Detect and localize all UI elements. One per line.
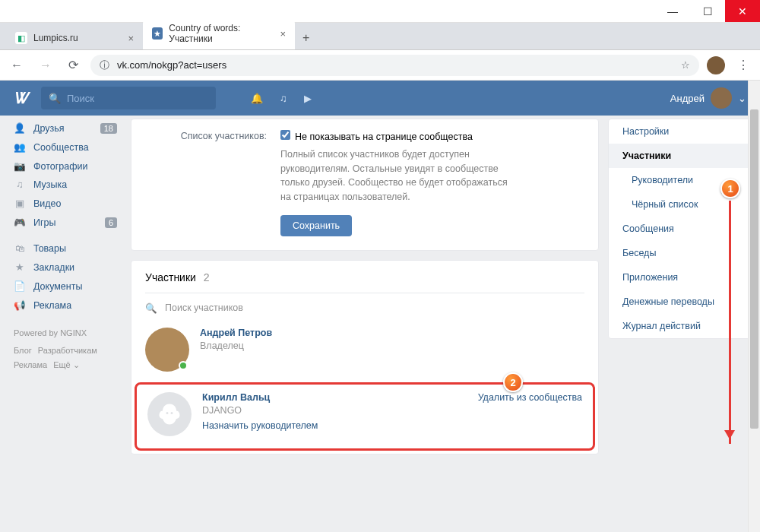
menu-payments[interactable]: Денежные переводы — [609, 290, 759, 314]
footer-devs-link[interactable]: Разработчикам — [38, 346, 97, 355]
page-scrollbar[interactable] — [748, 81, 760, 532]
main-column: Список участников: Не показывать на стра… — [128, 119, 608, 532]
vk-logo[interactable]: Ꮤ — [14, 90, 27, 107]
save-button[interactable]: Сохранить — [280, 215, 352, 236]
music-icon: ♫ — [14, 179, 26, 190]
menu-activity-log[interactable]: Журнал действий — [609, 314, 759, 338]
bookmark-icon[interactable]: ☆ — [681, 59, 690, 71]
browser-menu-button[interactable]: ⋮ — [733, 55, 754, 75]
nav-communities[interactable]: 👥Сообщества — [14, 138, 128, 157]
left-sidebar: 👤Друзья18 👥Сообщества 📷Фотографии ♫Музык… — [0, 119, 128, 532]
video-icon[interactable]: ▶ — [304, 93, 312, 104]
placeholder-dog-icon — [156, 401, 183, 428]
member-row-owner: Андрей Петров Владелец — [145, 317, 584, 382]
nav-friends[interactable]: 👤Друзья18 — [14, 119, 128, 138]
nav-reload-button[interactable]: ⟳ — [64, 55, 83, 75]
vk-user-menu[interactable]: Андрей ⌄ — [670, 87, 746, 109]
tab-title: Lumpics.ru — [33, 33, 78, 43]
new-tab-button[interactable]: + — [295, 27, 317, 49]
video-icon: ▣ — [14, 198, 26, 209]
search-placeholder: Поиск — [67, 93, 94, 104]
scrollbar-thumb[interactable] — [750, 109, 758, 429]
assign-admin-link[interactable]: Назначить руководителем — [202, 420, 467, 431]
settings-card: Список участников: Не показывать на стра… — [131, 119, 599, 251]
footer-blog-link[interactable]: Блог — [14, 346, 32, 355]
browser-tab-strip: ◧ Lumpics.ru × ★ Country of words: Участ… — [0, 23, 760, 50]
annotation-callout-2: 2 — [503, 372, 523, 392]
member-role: Владелец — [200, 340, 584, 351]
favicon-icon: ★ — [152, 27, 163, 40]
window-titlebar: — ☐ ✕ — [0, 0, 760, 23]
notifications-icon[interactable]: 🔔 — [251, 93, 263, 104]
nav-ads[interactable]: 📢Реклама — [14, 296, 128, 315]
menu-messages[interactable]: Сообщения — [609, 217, 759, 241]
settings-menu: Настройки Участники Руководители Чёрный … — [608, 119, 760, 339]
menu-apps[interactable]: Приложения — [609, 265, 759, 290]
communities-icon: 👥 — [14, 141, 26, 153]
site-info-icon[interactable]: ⓘ — [100, 59, 109, 72]
nav-video[interactable]: ▣Видео — [14, 194, 128, 213]
friends-icon: 👤 — [14, 122, 26, 134]
avatar — [711, 87, 732, 109]
browser-tab-vk[interactable]: ★ Country of words: Участники × — [143, 17, 295, 49]
browser-profile-avatar[interactable] — [707, 56, 725, 74]
megaphone-icon: 📢 — [14, 299, 26, 311]
members-section-title: Участники 2 — [145, 271, 584, 293]
page-body: 👤Друзья18 👥Сообщества 📷Фотографии ♫Музык… — [0, 116, 760, 532]
vk-header: Ꮤ 🔍 Поиск 🔔 ♫ ▶ Андрей ⌄ — [0, 81, 760, 116]
setting-description: Полный список участников будет доступен … — [280, 147, 508, 204]
menu-conversations[interactable]: Беседы — [609, 241, 759, 265]
chevron-down-icon: ⌄ — [738, 93, 746, 104]
member-role: DJANGO — [202, 405, 467, 416]
footer-ads-link[interactable]: Реклама — [14, 360, 47, 369]
window-close-button[interactable]: ✕ — [725, 0, 760, 22]
window-maximize-button[interactable]: ☐ — [690, 0, 725, 22]
nav-back-button[interactable]: ← — [6, 55, 27, 75]
tab-title: Country of words: Участники — [169, 23, 274, 44]
menu-members[interactable]: Участники — [609, 144, 759, 168]
nav-market[interactable]: 🛍Товары — [14, 239, 128, 258]
footer-links: БлогРазработчикам РекламаЕщё ⌄ — [14, 344, 128, 372]
hide-members-checkbox[interactable]: Не показывать на странице сообщества — [280, 131, 473, 142]
checkbox-input[interactable] — [280, 130, 290, 140]
members-list-label: Список участников: — [145, 130, 267, 204]
remove-member-link[interactable]: Удалить из сообщества — [478, 392, 582, 403]
games-icon: 🎮 — [14, 217, 26, 228]
url-text: vk.com/nokgp?act=users — [117, 59, 226, 71]
nav-bookmarks[interactable]: ★Закладки — [14, 258, 128, 277]
camera-icon: 📷 — [14, 160, 26, 172]
window-minimize-button[interactable]: — — [655, 0, 690, 22]
search-icon: 🔍 — [145, 302, 157, 314]
vk-search-input[interactable]: 🔍 Поиск — [41, 87, 216, 109]
powered-by-text: Powered by NGINX — [14, 328, 128, 337]
nav-documents[interactable]: 📄Документы — [14, 277, 128, 296]
browser-tab-lumpics[interactable]: ◧ Lumpics.ru × — [6, 27, 143, 49]
nav-games[interactable]: 🎮Игры6 — [14, 213, 128, 232]
nav-forward-button[interactable]: → — [35, 55, 56, 75]
nav-photos[interactable]: 📷Фотографии — [14, 157, 128, 176]
members-search-input[interactable]: 🔍 Поиск участников — [145, 293, 584, 317]
document-icon: 📄 — [14, 280, 26, 292]
favicon-icon: ◧ — [15, 32, 27, 44]
close-icon[interactable]: × — [128, 33, 134, 44]
music-icon[interactable]: ♫ — [280, 93, 287, 104]
annotation-arrow — [729, 201, 731, 444]
search-placeholder: Поиск участников — [165, 302, 243, 313]
member-name-link[interactable]: Андрей Петров — [200, 328, 584, 338]
member-name-link[interactable]: Кирилл Вальц — [202, 392, 467, 403]
vk-user-name: Андрей — [670, 93, 705, 104]
annotation-callout-1: 1 — [720, 179, 740, 198]
close-icon[interactable]: × — [280, 28, 286, 40]
online-indicator-icon — [179, 361, 188, 370]
nav-music[interactable]: ♫Музыка — [14, 176, 128, 194]
footer-more-link[interactable]: Ещё ⌄ — [53, 360, 80, 369]
member-avatar[interactable] — [147, 392, 192, 436]
menu-settings[interactable]: Настройки — [609, 119, 759, 144]
browser-toolbar: ← → ⟳ ⓘ vk.com/nokgp?act=users ☆ ⋮ — [0, 50, 760, 81]
right-sidebar: Настройки Участники Руководители Чёрный … — [608, 119, 760, 532]
address-bar[interactable]: ⓘ vk.com/nokgp?act=users ☆ — [90, 55, 699, 76]
members-card: Участники 2 🔍 Поиск участников Андрей Пе… — [131, 260, 599, 454]
member-avatar[interactable] — [145, 328, 189, 372]
star-icon: ★ — [14, 261, 26, 273]
market-icon: 🛍 — [14, 243, 26, 254]
